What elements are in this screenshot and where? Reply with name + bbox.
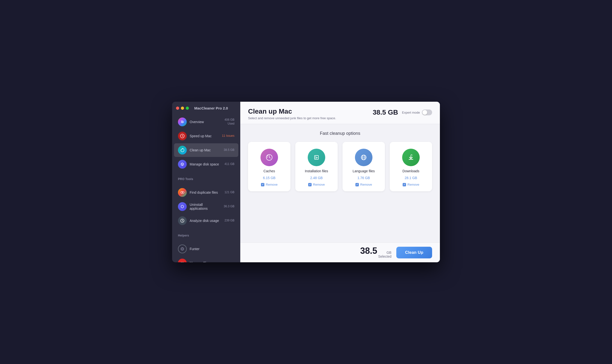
overview-icon <box>178 117 187 126</box>
downloads-icon <box>402 149 420 166</box>
sidebar-item-overview-badge: 406 GBUsed <box>225 118 234 126</box>
language-remove[interactable]: Remove <box>355 183 372 186</box>
sidebar-item-analyze-label: Analyze disk usage <box>190 219 222 223</box>
sidebar-item-duplicate[interactable]: Find duplicate files 121 GB <box>174 186 238 199</box>
downloads-size: 28.1 GB <box>405 176 417 180</box>
titlebar: MacCleaner Pro 2.0 <box>172 102 240 113</box>
sidebar-item-manage[interactable]: Manage disk space 411 GB <box>174 157 238 171</box>
helpers-nav: Funter m Memory Cleaner <box>172 240 240 262</box>
card-caches: Caches 6.15 GB Remove <box>248 142 291 191</box>
sidebar-item-analyze[interactable]: Analyze disk usage 239 GB <box>174 214 238 228</box>
manage-icon <box>178 160 187 169</box>
sidebar-item-overview[interactable]: Overview 406 GBUsed <box>174 115 238 129</box>
maximize-button[interactable] <box>186 106 189 110</box>
sidebar-item-duplicate-badge: 121 GB <box>225 191 234 195</box>
card-language: Language files 1.76 GB Remove <box>343 142 385 191</box>
selected-size-block: 38.5 GB Selected <box>360 247 391 258</box>
sidebar-item-speedup-label: Speed up Mac <box>190 134 219 138</box>
header-right: 38.5 GB Expert mode <box>373 107 432 116</box>
close-button[interactable] <box>176 106 179 110</box>
helpers-label: Helpers <box>172 230 240 239</box>
caches-remove[interactable]: Remove <box>261 183 278 186</box>
svg-point-1 <box>181 121 183 123</box>
main-content: Clean up Mac Select and remove unneeded … <box>240 102 440 262</box>
caches-remove-label: Remove <box>266 183 278 186</box>
installation-icon <box>308 149 325 166</box>
header-left: Clean up Mac Select and remove unneeded … <box>248 107 336 120</box>
language-size: 1.76 GB <box>357 176 370 180</box>
toggle-thumb <box>422 110 427 115</box>
svg-point-7 <box>182 248 183 250</box>
installation-checkbox[interactable] <box>308 183 312 186</box>
sidebar-item-uninstall[interactable]: Uninstall applications 36.3 GB <box>174 200 238 213</box>
cleanup-button[interactable]: Clean Up <box>396 247 432 258</box>
language-remove-label: Remove <box>360 183 372 186</box>
sidebar-item-speedup[interactable]: Speed up Mac 11 Issues <box>174 129 238 143</box>
downloads-remove-label: Remove <box>408 183 419 186</box>
card-downloads: Downloads 28.1 GB Remove <box>390 142 432 191</box>
app-window: MacCleaner Pro 2.0 Overview 406 GBUsed <box>172 102 440 262</box>
downloads-checkbox[interactable] <box>403 183 406 186</box>
selected-num: 38.5 <box>360 247 377 255</box>
sidebar-item-cleanup-badge: 38.5 GB <box>224 148 234 152</box>
expert-mode-toggle[interactable] <box>422 109 432 115</box>
sidebar-item-memory-label: Memory Cleaner <box>190 261 234 262</box>
installation-name: Installation files <box>305 169 328 173</box>
installation-remove-label: Remove <box>313 183 325 186</box>
sidebar-item-uninstall-badge: 36.3 GB <box>224 205 234 208</box>
page-title: Clean up Mac <box>248 107 336 115</box>
sidebar-item-duplicate-label: Find duplicate files <box>190 191 222 195</box>
selected-unit-text: GB <box>386 251 391 255</box>
cards-row: Caches 6.15 GB Remove <box>248 142 432 235</box>
pro-tools-label: PRO Tools <box>172 173 240 182</box>
app-title: MacCleaner Pro 2.0 <box>194 106 228 110</box>
sidebar-item-analyze-badge: 239 GB <box>225 219 234 223</box>
downloads-remove[interactable]: Remove <box>403 183 419 186</box>
sidebar-item-funter-label: Funter <box>190 247 234 251</box>
svg-point-0 <box>180 120 185 124</box>
sidebar-item-manage-label: Manage disk space <box>190 162 222 166</box>
page-subtitle: Select and remove unneeded junk files to… <box>248 116 336 120</box>
main-body: Fast cleanup options Caches 6.15 GB <box>240 124 440 242</box>
selected-unit: GB Selected <box>378 251 391 258</box>
installation-remove[interactable]: Remove <box>308 183 325 186</box>
card-installation: Installation files 2.48 GB Remove <box>295 142 338 191</box>
expert-mode: Expert mode <box>402 109 432 115</box>
installation-size: 2.48 GB <box>310 176 322 180</box>
sidebar-item-memory[interactable]: m Memory Cleaner <box>174 256 238 262</box>
sidebar-item-cleanup-label: Clean up Mac <box>190 148 221 152</box>
expert-mode-label: Expert mode <box>402 111 420 114</box>
downloads-name: Downloads <box>402 169 419 173</box>
sidebar-item-uninstall-label: Uninstall applications <box>190 203 221 210</box>
language-checkbox[interactable] <box>355 183 359 186</box>
sidebar: MacCleaner Pro 2.0 Overview 406 GBUsed <box>172 102 240 262</box>
caches-icon <box>260 149 278 166</box>
section-title: Fast cleanup options <box>248 131 432 136</box>
speedup-icon <box>178 132 187 140</box>
funter-icon <box>178 245 187 253</box>
sidebar-nav: Overview 406 GBUsed Speed up Mac 11 Issu… <box>172 113 240 173</box>
sidebar-item-manage-badge: 411 GB <box>225 162 234 166</box>
sidebar-item-funter[interactable]: Funter <box>174 242 238 256</box>
cleanup-icon <box>178 146 187 155</box>
memory-icon: m <box>178 259 187 262</box>
duplicate-icon <box>178 188 187 197</box>
pro-tools-nav: Find duplicate files 121 GB Uninstall ap… <box>172 183 240 230</box>
caches-name: Caches <box>263 169 275 173</box>
caches-checkbox[interactable] <box>261 183 264 186</box>
traffic-lights <box>176 106 189 110</box>
selected-label-text: Selected <box>378 255 391 258</box>
minimize-button[interactable] <box>181 106 184 110</box>
total-size: 38.5 GB <box>373 108 398 116</box>
language-name: Language files <box>352 169 375 173</box>
caches-size: 6.15 GB <box>263 176 275 180</box>
language-icon <box>355 149 373 166</box>
main-header: Clean up Mac Select and remove unneeded … <box>240 102 440 124</box>
uninstall-icon <box>178 202 187 211</box>
main-footer: 38.5 GB Selected Clean Up <box>240 242 440 262</box>
analyze-icon <box>178 216 187 225</box>
sidebar-item-speedup-badge: 11 Issues <box>222 134 234 138</box>
sidebar-item-cleanup[interactable]: Clean up Mac 38.5 GB <box>174 143 238 157</box>
svg-point-4 <box>182 192 184 194</box>
sidebar-item-overview-label: Overview <box>190 120 222 124</box>
